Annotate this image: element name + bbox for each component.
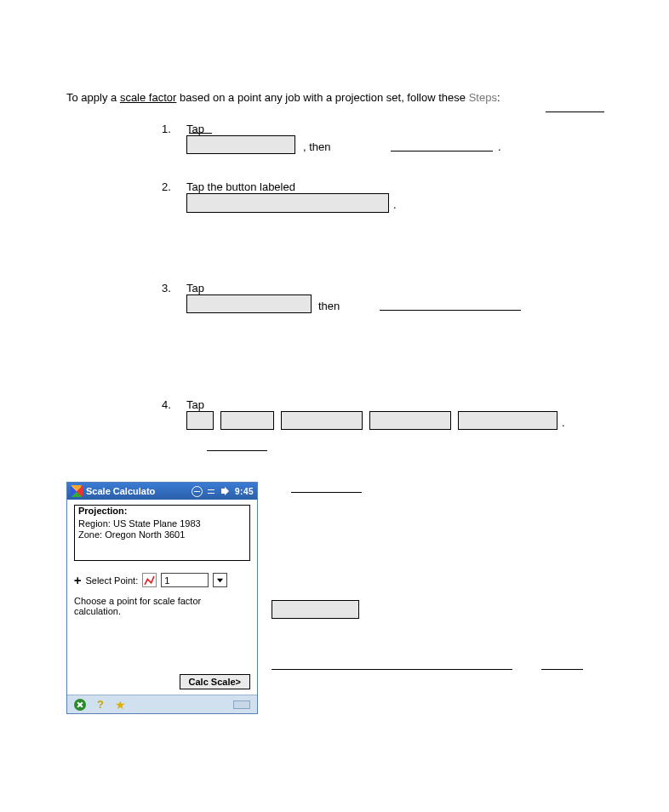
projection-group: Projection: Region: US State Plane 1983 … xyxy=(74,505,250,561)
field-ok-scale-factor xyxy=(272,600,359,619)
projection-region: Region: US State Plane 1983 xyxy=(78,518,246,529)
select-point-input[interactable] xyxy=(161,573,209,587)
dialog-bottombar: ? ★ xyxy=(67,695,257,713)
point-dropdown-button[interactable] xyxy=(213,573,227,587)
clock[interactable]: 9:45 xyxy=(235,487,254,496)
projection-group-title: Projection: xyxy=(78,506,246,516)
underline-steps xyxy=(546,112,604,112)
step1-num: 1. xyxy=(162,122,171,137)
step3-cont: calculation from the map, from a list, o… xyxy=(186,315,603,330)
step3-num: 3. xyxy=(162,281,171,296)
calc-scale-button[interactable]: Calc Scale> xyxy=(180,674,250,689)
field-select-point xyxy=(186,294,312,313)
select-point-hint: Choose a point for scale factor calculat… xyxy=(74,596,250,616)
step1-then: , then xyxy=(303,140,331,155)
field-calc-scal xyxy=(369,411,451,430)
step2-num: 2. xyxy=(162,180,171,195)
underline-choose-a-point xyxy=(380,310,521,311)
start-flag-icon[interactable] xyxy=(71,485,83,497)
step1-label: Tap xyxy=(186,122,204,137)
tip-tap: tap xyxy=(521,658,536,673)
step4-a: A xyxy=(186,439,194,455)
step3-then: then xyxy=(318,299,340,314)
keyboard-icon[interactable] xyxy=(233,700,250,709)
underline-calc-scale-factor xyxy=(391,151,493,152)
underline-scale-factor-2 xyxy=(207,450,267,451)
step3-tap: Tap xyxy=(186,281,204,296)
svg-marker-0 xyxy=(217,579,223,583)
select-point-label: Select Point: xyxy=(85,575,138,586)
scale-calculator-dialog: Scale Calculato 9:45 Projection: Region:… xyxy=(66,482,258,714)
step3-tail: for scale factor xyxy=(525,299,598,314)
field-cal xyxy=(220,411,274,430)
field-scale-factor xyxy=(186,135,295,154)
plus-icon[interactable]: + xyxy=(74,574,81,587)
step2-label: Tap the button labeled xyxy=(186,180,295,195)
field-c xyxy=(186,411,214,430)
underline-generic-1 xyxy=(291,492,362,493)
favorite-icon[interactable]: ★ xyxy=(115,699,127,711)
map-pick-icon[interactable] xyxy=(142,573,157,587)
sync-icon[interactable] xyxy=(206,486,217,497)
step2-end: . xyxy=(393,197,397,213)
step4-period: . xyxy=(562,415,565,431)
underline-tap1 xyxy=(189,133,212,134)
underline-tip xyxy=(272,669,512,670)
step1-period: . xyxy=(498,140,501,155)
paragraph-intro: To apply a scale factor based on a point… xyxy=(66,90,611,106)
field-calc-scale xyxy=(458,411,558,430)
step4-tap: Tap xyxy=(186,397,204,413)
dialog-titlebar: Scale Calculato 9:45 xyxy=(67,483,257,500)
step4-num: 4. xyxy=(162,397,171,413)
dialog-title: Scale Calculato xyxy=(86,486,155,496)
volume-icon[interactable] xyxy=(220,486,232,497)
field-calc-sc xyxy=(281,411,363,430)
note-projection-set: Note: this button only appears when a pr… xyxy=(186,238,603,254)
connectivity-icon[interactable] xyxy=(192,486,203,497)
close-icon[interactable] xyxy=(74,699,86,711)
help-icon[interactable]: ? xyxy=(94,699,106,711)
note-elevation: Note: the selected point should have a k… xyxy=(186,356,603,386)
projection-zone: Zone: Oregon North 3601 xyxy=(78,529,246,540)
field-base-on-point xyxy=(186,193,389,213)
underline-overview xyxy=(541,669,583,670)
